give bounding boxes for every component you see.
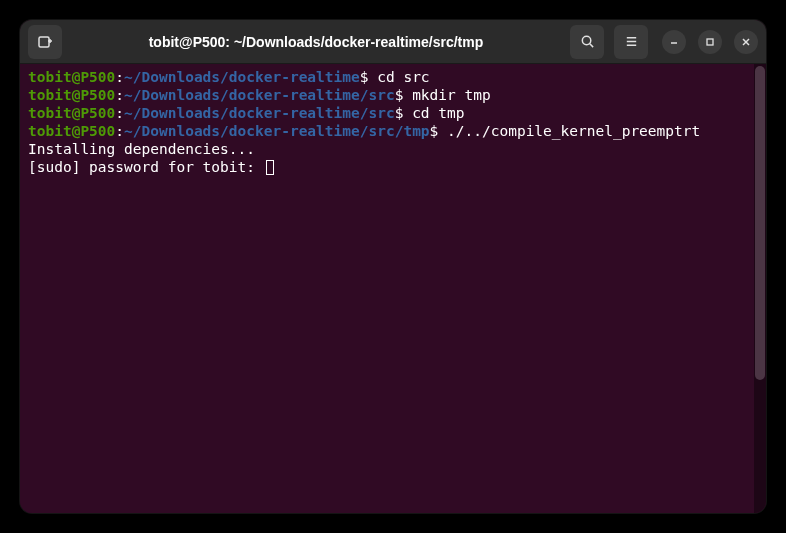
command-text: cd src <box>377 69 429 85</box>
colon: : <box>115 123 124 139</box>
search-icon <box>580 34 595 49</box>
titlebar-right-group <box>570 25 758 59</box>
cwd: ~/Downloads/docker-realtime/src <box>124 105 395 121</box>
dollar: $ <box>395 87 412 103</box>
minimize-button[interactable] <box>662 30 686 54</box>
window-title: tobit@P500: ~/Downloads/docker-realtime/… <box>70 34 562 50</box>
output-text: [sudo] password for tobit: <box>28 159 264 175</box>
user-host: tobit@P500 <box>28 123 115 139</box>
cwd: ~/Downloads/docker-realtime <box>124 69 360 85</box>
cursor <box>266 160 274 175</box>
scrollbar-track[interactable] <box>754 64 766 513</box>
colon: : <box>115 69 124 85</box>
output-line: Installing dependencies... <box>28 140 758 158</box>
cwd: ~/Downloads/docker-realtime/src/tmp <box>124 123 430 139</box>
close-icon <box>741 37 751 47</box>
new-tab-icon <box>37 34 53 50</box>
terminal-window: tobit@P500: ~/Downloads/docker-realtime/… <box>20 20 766 513</box>
prompt-line: tobit@P500:~/Downloads/docker-realtime$ … <box>28 68 758 86</box>
prompt-line: tobit@P500:~/Downloads/docker-realtime/s… <box>28 104 758 122</box>
user-host: tobit@P500 <box>28 105 115 121</box>
command-text: cd tmp <box>412 105 464 121</box>
search-button[interactable] <box>570 25 604 59</box>
svg-rect-0 <box>39 37 49 47</box>
output-line: [sudo] password for tobit: <box>28 158 758 176</box>
terminal-body[interactable]: tobit@P500:~/Downloads/docker-realtime$ … <box>20 64 766 513</box>
menu-button[interactable] <box>614 25 648 59</box>
maximize-icon <box>705 37 715 47</box>
dollar: $ <box>430 123 447 139</box>
dollar: $ <box>395 105 412 121</box>
colon: : <box>115 105 124 121</box>
command-text: ./../compile_kernel_preemptrt <box>447 123 700 139</box>
titlebar: tobit@P500: ~/Downloads/docker-realtime/… <box>20 20 766 64</box>
cwd: ~/Downloads/docker-realtime/src <box>124 87 395 103</box>
window-controls <box>662 30 758 54</box>
user-host: tobit@P500 <box>28 87 115 103</box>
hamburger-icon <box>624 34 639 49</box>
svg-line-4 <box>589 44 592 47</box>
svg-point-3 <box>582 36 590 44</box>
command-text: mkdir tmp <box>412 87 491 103</box>
prompt-line: tobit@P500:~/Downloads/docker-realtime/s… <box>28 86 758 104</box>
svg-rect-9 <box>707 39 713 45</box>
colon: : <box>115 87 124 103</box>
close-button[interactable] <box>734 30 758 54</box>
minimize-icon <box>669 37 679 47</box>
prompt-line: tobit@P500:~/Downloads/docker-realtime/s… <box>28 122 758 140</box>
scrollbar-thumb[interactable] <box>755 66 765 380</box>
dollar: $ <box>360 69 377 85</box>
user-host: tobit@P500 <box>28 69 115 85</box>
maximize-button[interactable] <box>698 30 722 54</box>
new-tab-button[interactable] <box>28 25 62 59</box>
